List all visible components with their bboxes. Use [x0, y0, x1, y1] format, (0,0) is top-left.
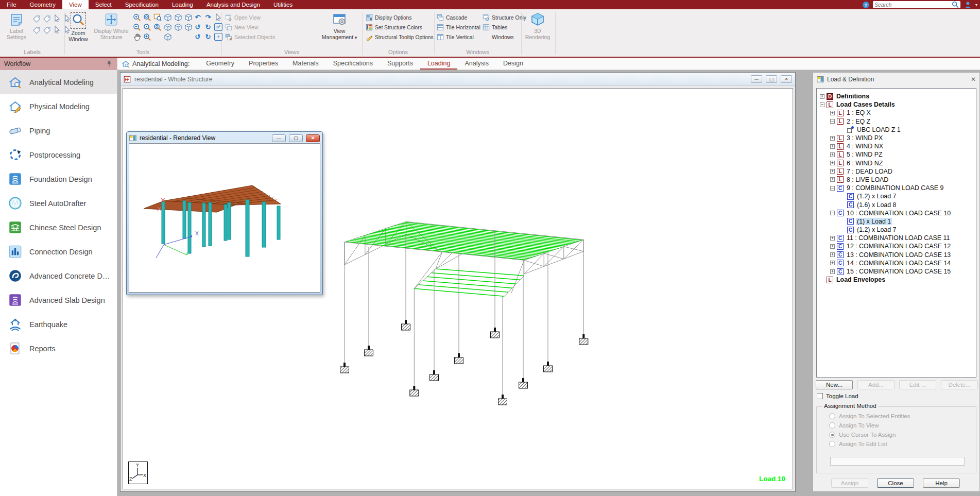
plate-label-tag-icon[interactable]: [32, 26, 41, 34]
menu-item[interactable]: Geometry: [23, 0, 63, 9]
radio-icon[interactable]: [829, 441, 835, 447]
tree-expander[interactable]: +: [830, 144, 835, 149]
menu-item[interactable]: Loading: [165, 0, 200, 9]
context-tab[interactable]: Supports: [380, 58, 420, 70]
ribbon-option-command[interactable]: Display Options: [366, 13, 434, 22]
rotate-cursor-icon[interactable]: [214, 13, 222, 22]
beam-label-tag-icon[interactable]: [43, 14, 51, 23]
rotate-ccw-icon[interactable]: ↺: [194, 33, 202, 41]
toggle-load-checkbox[interactable]: Toggle Load: [817, 393, 858, 399]
panel-footer-button[interactable]: Help: [923, 478, 960, 488]
edit-list-input[interactable]: [830, 457, 965, 466]
tree-item[interactable]: − 2 : EQ Z: [817, 117, 976, 126]
tree-item[interactable]: + 14 : COMBINATION LOAD CASE 14: [817, 259, 976, 267]
tree-item[interactable]: Load Envelopes: [817, 276, 976, 284]
rendered-view-canvas[interactable]: X: [129, 143, 320, 293]
workflow-item[interactable]: Piping: [0, 118, 117, 143]
tree-item[interactable]: + 15 : COMBINATION LOAD CASE 15: [817, 267, 976, 276]
menu-item[interactable]: File: [0, 0, 23, 9]
tree-item[interactable]: (1.2) x Load 7: [817, 192, 976, 200]
zoom-in-icon[interactable]: [133, 13, 141, 22]
rendered-view-window[interactable]: residential - Rendered View: [126, 131, 323, 295]
tree-item[interactable]: + 1 : EQ X: [817, 109, 976, 117]
search-box[interactable]: [873, 1, 960, 8]
rotate-down-icon[interactable]: ↷: [204, 13, 212, 22]
panel-footer-button[interactable]: Close: [877, 478, 914, 488]
tree-expander[interactable]: +: [830, 269, 835, 274]
ribbon-window-command[interactable]: Structure Only: [483, 13, 526, 22]
zoom-out-icon[interactable]: [133, 23, 141, 31]
panel-close-icon[interactable]: ✕: [971, 76, 976, 83]
workflow-item[interactable]: Advanced Concrete Desi...: [0, 264, 117, 288]
tree-expander[interactable]: +: [820, 94, 824, 99]
workflow-item[interactable]: Postprocessing: [0, 143, 117, 167]
workflow-item[interactable]: Connection Design: [0, 240, 117, 264]
tree-expander[interactable]: −: [830, 186, 835, 191]
radio-icon[interactable]: [829, 432, 835, 438]
pin-icon[interactable]: [106, 60, 113, 67]
tree-expander[interactable]: −: [830, 211, 835, 215]
tree-item[interactable]: UBC LOAD Z 1: [817, 126, 976, 134]
minimize-button[interactable]: [751, 75, 762, 83]
tree-item[interactable]: + 7 : DEAD LOAD: [817, 167, 976, 176]
rendered-close-button[interactable]: [306, 134, 320, 142]
tree-item[interactable]: + 5 : WIND PZ: [817, 150, 976, 159]
ribbon-window-command[interactable]: Tile Vertical: [437, 33, 480, 41]
rotate-angle-icon[interactable]: 0°: [214, 23, 222, 31]
menu-item[interactable]: View: [62, 0, 89, 9]
search-input[interactable]: [874, 2, 952, 8]
context-tab[interactable]: Design: [496, 58, 530, 70]
tree-item[interactable]: (1) x Load 1: [817, 217, 976, 226]
zoom-previous-icon[interactable]: [143, 23, 151, 31]
tree-item[interactable]: + 12 : COMBINATION LOAD CASE 12: [817, 242, 976, 250]
account-caret-icon[interactable]: ▾: [975, 3, 977, 7]
zoom-dynamic-icon[interactable]: [143, 13, 151, 22]
context-tab[interactable]: Loading: [420, 58, 458, 70]
workflow-item[interactable]: Foundation Design: [0, 167, 117, 191]
menu-item[interactable]: Select: [89, 0, 118, 9]
assignment-radio[interactable]: Assign To Selected Entities: [829, 413, 910, 419]
tree-expander[interactable]: +: [830, 177, 835, 182]
ribbon-view-command[interactable]: Open View: [225, 13, 275, 22]
close-button[interactable]: [781, 75, 792, 83]
node-label-tag-icon[interactable]: [32, 14, 41, 23]
tree-action-button[interactable]: Edit ...: [899, 380, 936, 389]
rendered-minimize-button[interactable]: [272, 134, 286, 142]
whole-structure-titlebar[interactable]: residential - Whole Structure: [121, 73, 795, 86]
zoom-selected-icon[interactable]: [153, 23, 162, 31]
view-side-icon[interactable]: [184, 13, 193, 22]
tree-expander[interactable]: −: [830, 119, 835, 124]
zoom-window-button[interactable]: Zoom Window: [66, 12, 91, 42]
tree-item[interactable]: − Load Cases Details: [817, 100, 976, 109]
tree-item[interactable]: + 6 : WIND NZ: [817, 159, 976, 167]
view-back-icon[interactable]: [174, 23, 182, 31]
tree-item[interactable]: + 3 : WIND PX: [817, 134, 976, 142]
ribbon-window-command[interactable]: Windows: [483, 33, 526, 41]
tree-expander[interactable]: +: [830, 136, 835, 141]
assignment-radio[interactable]: Use Cursor To Assign: [829, 432, 910, 438]
context-tab[interactable]: Analysis: [457, 58, 496, 70]
tree-expander[interactable]: +: [830, 111, 835, 115]
ribbon-view-command[interactable]: Selected Objects: [225, 33, 275, 41]
tree-item[interactable]: (1.2) x Load 7: [817, 226, 976, 234]
ribbon-view-command[interactable]: New View: [225, 23, 275, 31]
rotate-up-icon[interactable]: ↶: [194, 13, 202, 22]
ribbon-window-command[interactable]: Tables: [483, 23, 526, 31]
tree-item[interactable]: (1.6) x Load 8: [817, 200, 976, 209]
workflow-item[interactable]: Advanced Slab Design: [0, 288, 117, 312]
radio-icon[interactable]: [829, 422, 835, 429]
structure-canvas[interactable]: residential - Rendered View: [123, 88, 793, 489]
tree-action-button[interactable]: New...: [816, 380, 853, 389]
tree-expander[interactable]: +: [830, 161, 835, 165]
ribbon-window-command[interactable]: Cascade: [437, 13, 480, 22]
menu-item[interactable]: Analysis and Design: [200, 0, 267, 9]
tree-expander[interactable]: +: [830, 236, 835, 241]
beam-cursor-icon[interactable]: [53, 26, 61, 34]
display-whole-structure-button[interactable]: Display Whole Structure: [92, 12, 131, 40]
menu-item[interactable]: Utilities: [267, 0, 299, 9]
context-tab[interactable]: Properties: [242, 58, 285, 70]
workflow-item[interactable]: Steel AutoDrafter: [0, 191, 117, 215]
tree-item[interactable]: + Definitions: [817, 92, 976, 100]
solid-label-tag-icon[interactable]: [43, 26, 51, 34]
center-view-icon[interactable]: +: [214, 33, 222, 41]
